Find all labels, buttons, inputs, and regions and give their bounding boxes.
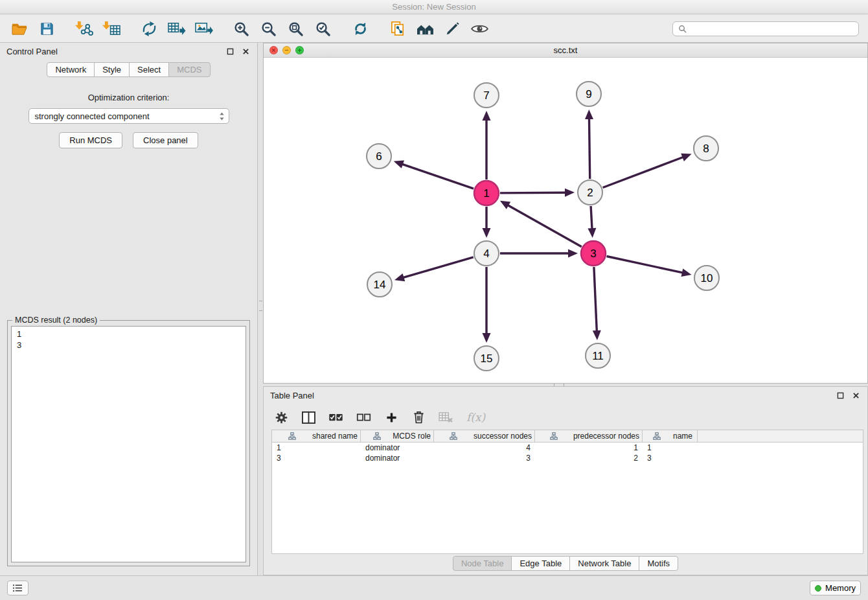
graph-edge-3-11[interactable] (594, 267, 597, 331)
memory-label: Memory (825, 583, 856, 593)
tab-network[interactable]: Network (47, 62, 95, 77)
close-panel-action-button[interactable]: Close panel (133, 132, 198, 148)
tab-mcds[interactable]: MCDS (168, 62, 210, 77)
window-close-button[interactable] (269, 46, 278, 54)
zoom-out-button[interactable] (258, 18, 279, 39)
zoom-fit-content-button[interactable] (285, 18, 306, 39)
import-table-from-file-button[interactable] (101, 18, 122, 39)
table-row[interactable]: 3dominator323 (272, 453, 863, 463)
graph-edge-2-3[interactable] (591, 206, 592, 229)
import-network-from-file-button[interactable] (74, 18, 95, 39)
memory-button[interactable]: Memory (810, 581, 861, 595)
column-sort-icon (538, 432, 571, 440)
delete-columns-button[interactable] (411, 409, 426, 426)
graph-edge-1-2[interactable] (500, 192, 565, 193)
column-header-shared-name[interactable]: shared name (272, 430, 361, 442)
graph-node-label: 14 (374, 279, 386, 291)
vertical-splitter[interactable] (258, 43, 263, 575)
column-header-label: shared name (312, 432, 358, 441)
search-box[interactable] (672, 21, 859, 36)
table-row[interactable]: 1dominator411 (272, 443, 863, 453)
close-table-panel-button[interactable] (851, 390, 861, 400)
tab-style[interactable]: Style (94, 62, 130, 77)
graph-edge-4-14[interactable] (404, 257, 474, 278)
network-window-titlebar[interactable]: scc.txt (264, 43, 867, 58)
show-graphics-details-button[interactable] (469, 18, 490, 39)
float-window-icon (837, 392, 844, 399)
zoom-selected-region-button[interactable] (312, 18, 333, 39)
task-history-button[interactable] (7, 581, 29, 595)
export-image-icon (194, 21, 213, 37)
table-panel-title: Table Panel (270, 391, 835, 400)
column-header-MCDS-role[interactable]: MCDS role (361, 430, 434, 442)
search-input[interactable] (691, 24, 853, 34)
show-graphics-details-icon (470, 23, 489, 35)
zoom-in-icon (233, 21, 249, 37)
save-session-button[interactable] (36, 18, 57, 39)
export-image-button[interactable] (193, 18, 214, 39)
annotation-mode-button[interactable] (442, 18, 463, 39)
export-table-button[interactable] (166, 18, 187, 39)
float-table-panel-button[interactable] (835, 390, 845, 400)
table-panel-header: Table Panel (264, 387, 867, 404)
copy-current-view-icon (390, 21, 406, 37)
dropdown-stepper-icon (219, 111, 225, 121)
graph-edge-arrow (593, 330, 601, 340)
table-header-row: shared nameMCDS rolesuccessor nodesprede… (272, 430, 863, 443)
splitter-grip[interactable] (259, 301, 262, 311)
window-minimize-button[interactable] (282, 46, 291, 54)
column-header-label: successor nodes (474, 432, 532, 441)
close-panel-button[interactable] (240, 46, 251, 56)
graph-edge-2-8[interactable] (603, 157, 683, 188)
tab-motifs[interactable]: Motifs (639, 556, 678, 571)
run-mcds-button[interactable]: Run MCDS (59, 132, 122, 148)
float-window-icon (227, 48, 234, 55)
graph-edge-arrow (568, 249, 578, 258)
select-all-columns-button[interactable] (328, 409, 343, 426)
tab-node-table[interactable]: Node Table (453, 556, 512, 571)
zoom-selected-region-icon (315, 21, 331, 37)
first-neighbors-button[interactable] (415, 18, 435, 39)
deselect-all-columns-button[interactable] (356, 409, 371, 426)
table-cell: 1 (272, 443, 361, 453)
node-table: shared nameMCDS rolesuccessor nodesprede… (271, 430, 863, 554)
graph-edge-3-1[interactable] (508, 205, 582, 247)
graph-edge-arrow (681, 154, 691, 161)
graph-node-label: 1 (483, 187, 489, 200)
tab-edge-table[interactable]: Edge Table (511, 556, 570, 571)
graph-node-label: 15 (481, 352, 493, 365)
graph-edge-arrow (585, 110, 593, 119)
function-builder-icon: f(x) (466, 411, 485, 424)
table-mode-button[interactable] (274, 409, 288, 426)
table-panel: Table Panel f(x) shared nameMCDS rolesuc… (263, 386, 868, 575)
graph-edge-1-6[interactable] (402, 164, 474, 189)
save-session-icon (40, 21, 54, 36)
copy-current-view-button[interactable] (387, 18, 408, 39)
graph-edge-3-10[interactable] (607, 257, 683, 273)
zoom-fit-content-icon (288, 21, 304, 37)
close-icon (242, 48, 249, 55)
show-columns-button[interactable] (301, 409, 315, 426)
criterion-dropdown[interactable]: strongly connected component (29, 108, 229, 124)
network-canvas[interactable]: 7968124314101511 (264, 58, 867, 383)
clone-network-button[interactable] (139, 18, 159, 39)
zoom-in-button[interactable] (231, 18, 251, 39)
open-session-button[interactable] (9, 18, 30, 39)
graph-edge-arrow (394, 161, 404, 168)
graph-node-label: 9 (586, 88, 591, 100)
toolbar-groups (9, 18, 507, 39)
refresh-view-button[interactable] (350, 18, 371, 39)
first-neighbors-icon (416, 21, 435, 36)
column-header-name[interactable]: name (643, 430, 698, 442)
create-column-button[interactable] (384, 409, 398, 426)
tab-select[interactable]: Select (129, 62, 169, 77)
tab-network-table[interactable]: Network Table (569, 556, 639, 571)
window-zoom-button[interactable] (295, 46, 304, 54)
column-header-predecessor-nodes[interactable]: predecessor nodes (535, 430, 643, 442)
mcds-result-text[interactable]: 1 3 (11, 326, 246, 562)
column-header-successor-nodes[interactable]: successor nodes (434, 430, 535, 442)
control-panel-title: Control Panel (6, 47, 225, 56)
control-panel: Control Panel NetworkStyleSelectMCDS Opt… (0, 43, 258, 575)
graph-edge-2-9[interactable] (589, 119, 590, 179)
float-panel-button[interactable] (225, 46, 235, 56)
